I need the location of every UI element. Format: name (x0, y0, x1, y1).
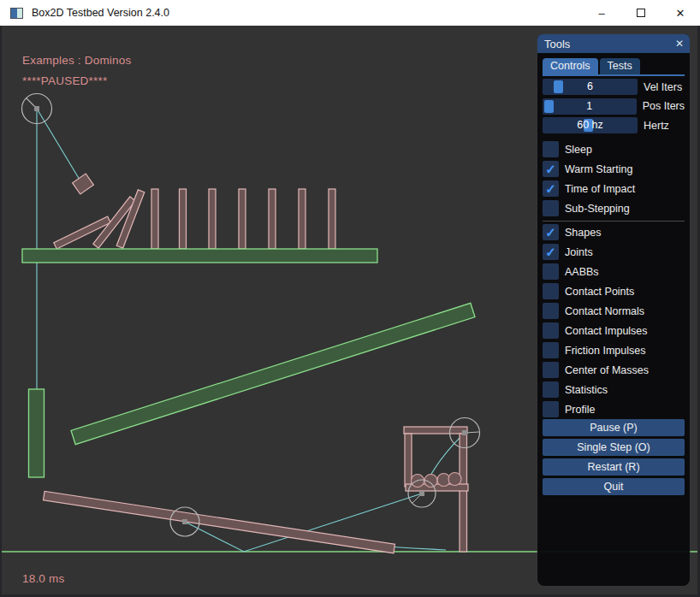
slider-group: 6Vel Iters1Pos Iters60 hzHertz (543, 79, 685, 133)
checkbox-sleep[interactable]: Sleep (543, 141, 685, 157)
button-pause-p[interactable]: Pause (P) (543, 419, 685, 436)
checkbox-contact-points[interactable]: Contact Points (543, 283, 685, 299)
checkbox-label-sleep: Sleep (565, 144, 592, 156)
button-restart-r[interactable]: Restart (R) (543, 458, 685, 476)
app-icon (10, 8, 23, 19)
checkbox-label-contact-points: Contact Points (565, 286, 634, 298)
checkbox-box-shapes[interactable]: ✓ (543, 224, 559, 240)
tools-panel-titlebar[interactable]: Tools ✕ (537, 34, 690, 53)
checkbox-box-warm-starting[interactable]: ✓ (543, 161, 559, 177)
minimize-button[interactable]: – (582, 0, 621, 26)
checkbox-joints[interactable]: ✓Joints (543, 244, 685, 260)
joint-line-ground (394, 547, 446, 551)
close-button[interactable]: ✕ (661, 0, 700, 26)
checkbox-friction-impulses[interactable]: Friction Impulses (543, 342, 685, 358)
checkbox-label-shapes: Shapes (565, 227, 601, 239)
physics-canvas[interactable]: Examples : Dominos ****PAUSED**** 18.0 m… (2, 26, 697, 594)
standing-dominoes (151, 189, 335, 249)
checkbox-label-friction-impulses: Friction Impulses (565, 345, 645, 357)
tools-panel: Tools ✕ ControlsTests 6Vel Iters1Pos Ite… (537, 34, 690, 586)
tools-panel-title: Tools (544, 38, 570, 50)
slider-track-hertz[interactable]: 60 hz (543, 117, 638, 133)
checkbox-warm-starting[interactable]: ✓Warm Starting (543, 161, 685, 177)
checkbox-label-profile: Profile (565, 404, 595, 416)
checkbox-sub-stepping[interactable]: Sub-Stepping (543, 200, 685, 216)
slider-value-pos-iters: 1 (543, 98, 637, 115)
slider-track-pos-iters[interactable]: 1 (543, 98, 637, 115)
checkbox-contact-normals[interactable]: Contact Normals (543, 303, 685, 319)
checkbox-label-time-of-impact: Time of Impact (565, 183, 635, 195)
cradle-frame (404, 427, 468, 552)
tab-underline (543, 74, 685, 76)
checkmark-icon: ✓ (545, 224, 556, 240)
checkbox-box-sub-stepping[interactable] (543, 200, 559, 216)
checkbox-box-statistics[interactable] (543, 381, 559, 398)
paused-label: ****PAUSED**** (22, 74, 107, 87)
slider-pos-iters: 1Pos Iters (543, 98, 685, 115)
slider-track-vel-iters[interactable]: 6 (543, 79, 638, 95)
static-ramp-plank (71, 303, 475, 444)
checkbox-label-sub-stepping: Sub-Stepping (565, 203, 630, 215)
maximize-icon (637, 9, 645, 17)
checkbox-box-contact-points[interactable] (543, 283, 559, 299)
checkbox-label-aabbs: AABBs (565, 266, 599, 278)
button-single-step-o[interactable]: Single Step (O) (543, 439, 685, 456)
checkbox-profile[interactable]: Profile (543, 401, 685, 417)
checkbox-group-simulation: Sleep✓Warm Starting✓Time of ImpactSub-St… (543, 141, 685, 216)
checkmark-icon: ✓ (545, 161, 556, 177)
example-label: Examples : Dominos (22, 54, 131, 67)
window-titlebar: Box2D Testbed Version 2.4.0 – ✕ (0, 0, 700, 26)
checkbox-label-center-of-masses: Center of Masses (565, 364, 649, 376)
tools-close-icon[interactable]: ✕ (675, 38, 684, 50)
slider-value-vel-iters: 6 (543, 79, 638, 95)
fallen-dominoes (54, 190, 145, 249)
checkbox-box-time-of-impact[interactable]: ✓ (543, 180, 559, 197)
checkbox-box-profile[interactable] (543, 401, 559, 417)
checkbox-group-draw: ✓Shapes✓JointsAABBsContact PointsContact… (543, 224, 685, 417)
maximize-button[interactable] (621, 0, 661, 26)
checkbox-box-sleep[interactable] (543, 141, 559, 157)
button-quit[interactable]: Quit (543, 478, 685, 495)
checkmark-icon: ✓ (545, 180, 556, 197)
slider-value-hertz: 60 hz (543, 117, 638, 133)
checkbox-statistics[interactable]: Statistics (543, 381, 685, 398)
window-title: Box2D Testbed Version 2.4.0 (32, 7, 169, 19)
dominos-platform (22, 249, 377, 263)
separator (543, 221, 685, 222)
checkbox-label-statistics: Statistics (565, 384, 608, 396)
checkmark-icon: ✓ (545, 244, 556, 260)
checkbox-label-contact-normals: Contact Normals (565, 305, 644, 317)
checkbox-label-contact-impulses: Contact Impulses (565, 325, 648, 337)
app-window: Box2D Testbed Version 2.4.0 – ✕ (0, 0, 700, 597)
checkbox-shapes[interactable]: ✓Shapes (543, 224, 685, 240)
checkbox-center-of-masses[interactable]: Center of Masses (543, 362, 685, 378)
tab-tests[interactable]: Tests (600, 58, 640, 74)
left-pillar (29, 389, 44, 477)
seesaw-plank (44, 491, 395, 553)
slider-label-pos-iters: Pos Iters (643, 100, 685, 112)
slider-label-hertz: Hertz (644, 120, 669, 132)
checkbox-box-contact-normals[interactable] (543, 303, 559, 319)
frame-time-label: 18.0 ms (22, 572, 64, 585)
tab-controls[interactable]: Controls (543, 58, 598, 74)
checkbox-label-warm-starting: Warm Starting (565, 163, 632, 175)
slider-hertz: 60 hzHertz (543, 117, 685, 133)
panel-buttons: Pause (P)Single Step (O)Restart (R)Quit (543, 419, 685, 495)
checkbox-box-aabbs[interactable] (543, 263, 559, 280)
pendulum-box (73, 174, 94, 194)
tabbar: ControlsTests (543, 58, 685, 76)
checkbox-label-joints: Joints (565, 246, 593, 258)
checkbox-box-center-of-masses[interactable] (543, 362, 559, 378)
checkbox-aabbs[interactable]: AABBs (543, 263, 685, 280)
checkbox-contact-impulses[interactable]: Contact Impulses (543, 322, 685, 339)
checkbox-box-contact-impulses[interactable] (543, 322, 559, 339)
slider-vel-iters: 6Vel Iters (543, 79, 685, 95)
checkbox-box-friction-impulses[interactable] (543, 342, 559, 358)
slider-label-vel-iters: Vel Iters (644, 81, 682, 93)
checkbox-box-joints[interactable]: ✓ (543, 244, 559, 260)
checkbox-time-of-impact[interactable]: ✓Time of Impact (543, 180, 685, 197)
